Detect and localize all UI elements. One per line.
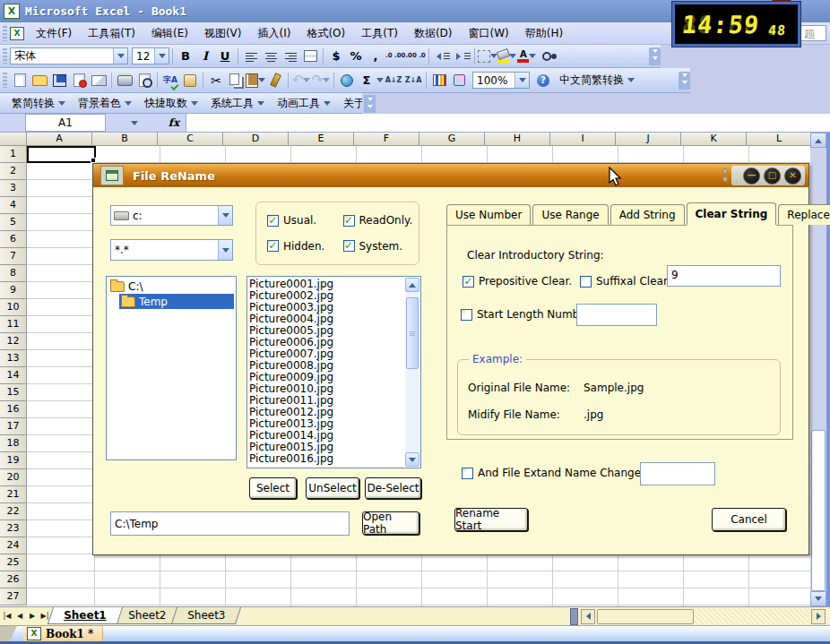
- horizontal-scroll-track[interactable]: [695, 609, 808, 624]
- copy-icon[interactable]: [226, 72, 246, 90]
- menu-item[interactable]: 文件(F): [28, 23, 80, 44]
- menu-item[interactable]: 工具(T): [353, 23, 406, 44]
- find-icon[interactable]: [537, 47, 557, 65]
- name-box[interactable]: A1: [25, 114, 106, 132]
- deselect-button[interactable]: De-Select: [365, 477, 421, 499]
- row-header[interactable]: 12: [0, 333, 27, 350]
- align-left-icon[interactable]: [241, 47, 261, 65]
- extend-name-field[interactable]: [640, 462, 715, 485]
- undo-icon[interactable]: ↶: [291, 72, 311, 90]
- row-header[interactable]: 3: [0, 180, 27, 197]
- row-header[interactable]: 27: [0, 588, 27, 605]
- print-icon[interactable]: [115, 72, 134, 90]
- filter-combo[interactable]: *.*: [110, 239, 233, 261]
- addin-menu-button[interactable]: 系统工具: [204, 94, 271, 113]
- dialog-tab[interactable]: Add String: [610, 204, 685, 225]
- drive-dropdown[interactable]: [218, 206, 232, 225]
- column-header[interactable]: I: [550, 133, 616, 146]
- maximize-button[interactable]: □: [764, 167, 781, 185]
- row-header[interactable]: 7: [0, 248, 27, 265]
- sheet-nav-button[interactable]: ◀: [14, 607, 25, 623]
- insert-function-button[interactable]: fx: [162, 114, 186, 132]
- scroll-up-button[interactable]: [405, 278, 419, 292]
- mail-icon[interactable]: [89, 72, 108, 90]
- toolbar-grip[interactable]: [3, 26, 7, 41]
- column-header[interactable]: K: [681, 133, 747, 146]
- row-header[interactable]: 16: [0, 401, 27, 418]
- tree-item[interactable]: Temp: [119, 294, 234, 309]
- toolbar-options-chevron[interactable]: [679, 72, 690, 90]
- column-header[interactable]: L: [747, 133, 810, 146]
- toolbar-grip[interactable]: [3, 73, 7, 88]
- menu-item[interactable]: 窗口(W): [461, 23, 517, 44]
- clock-window[interactable]: 88:8814:59 8848: [672, 2, 800, 47]
- row-header[interactable]: 9: [0, 282, 27, 299]
- column-header[interactable]: B: [92, 133, 158, 146]
- addin-menu-button[interactable]: 背景着色: [72, 94, 138, 113]
- decrease-decimal-button[interactable]: .00 .0: [405, 47, 425, 65]
- new-document-icon[interactable]: [10, 72, 30, 90]
- sheet-tab[interactable]: Sheet1: [48, 607, 123, 624]
- open-folder-icon[interactable]: [30, 72, 49, 90]
- menu-item[interactable]: 视图(V): [196, 23, 250, 44]
- zoom-combo[interactable]: 100%: [472, 72, 530, 89]
- start-length-field[interactable]: [576, 304, 657, 326]
- row-header[interactable]: 13: [0, 350, 27, 367]
- drawing-icon[interactable]: [449, 72, 469, 90]
- sort-ascending-icon[interactable]: A↓Z: [384, 72, 403, 90]
- font-size-dropdown[interactable]: [154, 48, 169, 64]
- active-cell-a1[interactable]: [27, 146, 96, 163]
- vertical-scroll-thumb[interactable]: [811, 430, 826, 591]
- row-header[interactable]: 10: [0, 299, 27, 316]
- column-header[interactable]: E: [289, 133, 354, 146]
- hscroll-left-button[interactable]: [581, 609, 595, 624]
- rename-start-button[interactable]: Rename Start: [454, 508, 528, 531]
- attribute-checkbox[interactable]: [343, 240, 355, 252]
- italic-button[interactable]: I: [195, 47, 215, 65]
- menu-item[interactable]: 插入(I): [250, 23, 299, 44]
- dialog-tab[interactable]: Clear String: [687, 202, 777, 225]
- extend-name-checkbox[interactable]: [462, 468, 473, 479]
- underline-button[interactable]: U: [215, 47, 235, 65]
- menu-item[interactable]: 格式(O): [298, 23, 353, 44]
- row-header[interactable]: 11: [0, 316, 27, 333]
- fill-color-icon[interactable]: [497, 47, 517, 65]
- row-header[interactable]: 22: [0, 503, 27, 520]
- help-icon[interactable]: ?: [533, 72, 553, 90]
- row-header[interactable]: 6: [0, 231, 27, 248]
- percent-button[interactable]: %: [346, 47, 366, 65]
- row-header[interactable]: 5: [0, 214, 27, 231]
- toolbar-options-chevron[interactable]: [649, 47, 661, 65]
- open-path-button[interactable]: Open Path: [362, 511, 419, 535]
- unselect-button[interactable]: UnSelect: [306, 477, 359, 499]
- select-all-corner[interactable]: [0, 133, 27, 146]
- dialog-title-bar[interactable]: File ReName — □ ✕: [93, 164, 808, 187]
- addin-menu-button[interactable]: 繁简转换: [5, 94, 72, 113]
- align-right-icon[interactable]: [281, 47, 300, 65]
- dialog-tab[interactable]: Use Number: [446, 204, 531, 225]
- toolbar-options-chevron[interactable]: [364, 95, 376, 113]
- autosum-button[interactable]: Σ: [357, 72, 376, 90]
- research-icon[interactable]: [180, 72, 200, 90]
- cut-icon[interactable]: ✂: [206, 72, 226, 90]
- chart-wizard-icon[interactable]: [429, 72, 449, 90]
- row-header[interactable]: 26: [0, 571, 27, 588]
- row-header[interactable]: 14: [0, 367, 27, 384]
- save-icon[interactable]: [49, 72, 69, 90]
- currency-button[interactable]: $: [326, 47, 346, 65]
- addin-menu-button[interactable]: 动画工具: [271, 94, 337, 113]
- tree-item[interactable]: C:\: [108, 279, 234, 294]
- drive-combo[interactable]: c:: [110, 205, 233, 226]
- column-header[interactable]: A: [27, 133, 92, 146]
- column-header[interactable]: C: [158, 133, 223, 146]
- column-header[interactable]: J: [616, 133, 681, 146]
- filter-dropdown[interactable]: [218, 240, 232, 260]
- taskbar-book1-button[interactable]: X Book1 *: [23, 626, 103, 641]
- clear-count-field[interactable]: 9: [667, 265, 781, 287]
- tab-split-handle[interactable]: [570, 608, 578, 625]
- scroll-up-button[interactable]: [810, 133, 826, 148]
- sheet-tab[interactable]: Sheet3: [171, 607, 242, 624]
- row-header[interactable]: 23: [0, 520, 27, 537]
- hyperlink-icon[interactable]: [337, 72, 357, 90]
- column-header[interactable]: H: [485, 133, 550, 146]
